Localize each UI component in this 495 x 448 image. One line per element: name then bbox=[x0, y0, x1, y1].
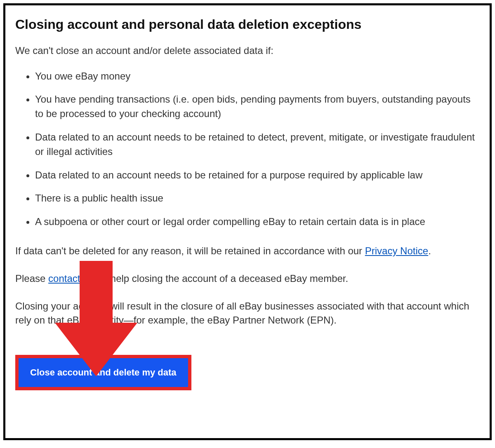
list-item: Data related to an account needs to be r… bbox=[35, 130, 480, 159]
contact-paragraph: Please contact us for help closing the a… bbox=[15, 272, 480, 286]
list-item: Data related to an account needs to be r… bbox=[35, 168, 480, 183]
contact-text-after: for help closing the account of a deceas… bbox=[93, 273, 348, 284]
privacy-text-before: If data can't be deleted for any reason,… bbox=[15, 245, 365, 256]
list-item: You owe eBay money bbox=[35, 69, 480, 84]
close-account-button[interactable]: Close account and delete my data bbox=[19, 358, 188, 387]
page-heading: Closing account and personal data deleti… bbox=[15, 17, 480, 32]
intro-text: We can't close an account and/or delete … bbox=[15, 44, 480, 58]
privacy-paragraph: If data can't be deleted for any reason,… bbox=[15, 244, 480, 258]
list-item: A subpoena or other court or legal order… bbox=[35, 215, 480, 229]
exceptions-list: You owe eBay money You have pending tran… bbox=[15, 69, 480, 229]
contact-us-link[interactable]: contact us bbox=[48, 273, 93, 284]
closure-paragraph: Closing your account will result in the … bbox=[15, 299, 480, 328]
contact-text-before: Please bbox=[15, 273, 48, 284]
privacy-notice-link[interactable]: Privacy Notice bbox=[365, 245, 428, 256]
content-frame: Closing account and personal data deleti… bbox=[3, 3, 492, 440]
privacy-text-after: . bbox=[428, 245, 431, 256]
list-item: There is a public health issue bbox=[35, 191, 480, 206]
button-highlight: Close account and delete my data bbox=[15, 355, 191, 390]
list-item: You have pending transactions (i.e. open… bbox=[35, 92, 480, 121]
